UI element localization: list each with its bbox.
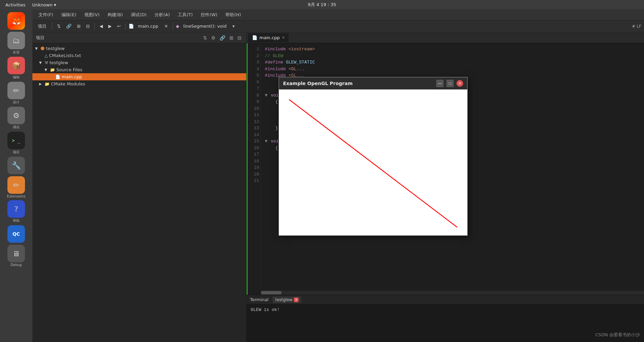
- folder-icon: 📁: [50, 68, 55, 72]
- line-num-2: 2: [248, 53, 259, 59]
- tab-main-cpp[interactable]: 📄 main.cpp ✕: [248, 33, 289, 42]
- project-toolbar: ⇅ ⚙ 🔗 ⊞ ⊟: [202, 34, 243, 41]
- activities-label[interactable]: Activities: [5, 2, 25, 7]
- terminal-tabs: testglew ✕: [273, 296, 301, 303]
- dock-item-firefox[interactable]: 🦊: [7, 12, 25, 30]
- menu-controls[interactable]: 控件(W): [197, 10, 221, 19]
- toolbar-link-btn[interactable]: 🔗: [64, 23, 74, 30]
- dialog-titlebar: Example OpenGL Program — □ ✕: [279, 77, 467, 89]
- terminal-tab-label: testglew: [275, 297, 292, 302]
- toolbar-forward-btn[interactable]: ▶: [106, 23, 114, 30]
- fold-arrow-15[interactable]: ▼: [265, 139, 268, 144]
- code-line-4: #include <GL...: [265, 66, 640, 73]
- terminal-tab-close[interactable]: ✕: [294, 297, 299, 302]
- dock-item-apt[interactable]: 📦 编辑: [7, 57, 25, 80]
- menu-help[interactable]: 帮助(H): [222, 10, 244, 19]
- dock-label-extensions: Extensions: [7, 194, 25, 198]
- proj-collapse-btn[interactable]: ⊟: [236, 34, 243, 41]
- tree-item-testglew-folder[interactable]: ▼ ⚒ testglew: [32, 59, 246, 66]
- dock-item-design[interactable]: ✏ 设计: [7, 82, 25, 105]
- toolbar-filter-btn[interactable]: ⇅: [55, 23, 63, 30]
- apt-icon[interactable]: 📦: [7, 57, 25, 74]
- wrench-icon[interactable]: 🔧: [7, 157, 25, 174]
- terminal-tab-testglew[interactable]: testglew ✕: [273, 296, 301, 303]
- tree-arrow-testglew: ▼: [35, 47, 39, 50]
- terminal-output: GLEW is ok!: [251, 307, 280, 312]
- line-num-14: 14: [248, 132, 259, 138]
- opengl-dialog[interactable]: Example OpenGL Program — □ ✕: [279, 77, 468, 236]
- dock-item-terminal[interactable]: > _ 项目: [7, 132, 25, 155]
- dock-item-editor[interactable]: ✏ Extensions: [7, 176, 25, 198]
- line-num-11: 11: [248, 112, 259, 119]
- tree-item-cmake-modules[interactable]: ▶ 📁 CMake Modules: [32, 80, 246, 87]
- toolbar-expand-btn[interactable]: ⊞: [75, 23, 83, 30]
- unknown-menu[interactable]: Unknown ▾: [32, 2, 56, 7]
- files-icon[interactable]: 🗂: [7, 32, 25, 49]
- terminal-content[interactable]: GLEW is ok!: [247, 305, 644, 342]
- toolbar-collapse-btn[interactable]: ⊟: [84, 23, 92, 30]
- line-num-21: 21: [248, 178, 259, 184]
- line-num-17: 17: [248, 151, 259, 158]
- proj-expand-btn[interactable]: ⊞: [228, 34, 235, 41]
- debug-gear-icon[interactable]: ⚙: [7, 107, 25, 124]
- fold-arrow-8[interactable]: ▼: [265, 93, 268, 98]
- monitor-icon[interactable]: 🖥: [7, 245, 25, 262]
- design-icon[interactable]: ✏: [7, 82, 25, 99]
- dock-item-files[interactable]: 🗂 欢迎: [7, 32, 25, 55]
- tab-close-btn[interactable]: ✕: [282, 35, 285, 40]
- toolbar-close-file-btn[interactable]: ✕: [162, 23, 170, 30]
- dock-item-debug[interactable]: ⚙ 调试: [7, 107, 25, 130]
- dialog-close-btn[interactable]: ✕: [456, 80, 463, 87]
- menu-view[interactable]: 视图(V): [81, 10, 103, 19]
- terminal-icon[interactable]: > _: [7, 132, 25, 149]
- menu-build[interactable]: 构建(B): [104, 10, 126, 19]
- tab-label-main-cpp: main.cpp: [259, 35, 280, 40]
- tree-label-testglew: testglew: [46, 46, 64, 51]
- line-num-1: 1: [248, 46, 259, 53]
- code-line-3: #define GLEW_STATIC: [265, 59, 640, 66]
- line-num-7: 7: [248, 85, 259, 92]
- menu-tools[interactable]: 工具(T): [174, 10, 196, 19]
- toolbar-sep3: [125, 23, 126, 30]
- dock-label-design: 设计: [13, 100, 20, 105]
- proj-filter-btn[interactable]: ⚙: [210, 34, 217, 41]
- proj-link-btn[interactable]: 🔗: [218, 34, 227, 41]
- firefox-icon[interactable]: 🦊: [7, 12, 25, 30]
- cpp-icon: 📄: [55, 75, 60, 79]
- datetime-display: 9月 4 19：35: [308, 2, 336, 8]
- help-icon[interactable]: ?: [7, 200, 25, 218]
- tree-item-source-files[interactable]: ▼ 📁 Source Files: [32, 66, 246, 73]
- menubar: 文件(F) 编辑(E) 视图(V) 构建(B) 调试(D) 分析(A) 工具(T…: [32, 9, 644, 20]
- dock-item-monitor[interactable]: 🖥 Debug: [7, 245, 25, 267]
- h-scroll-thumb[interactable]: [261, 291, 281, 294]
- proj-sort-btn[interactable]: ⇅: [202, 34, 208, 41]
- tree-arrow-testglew-folder: ▼: [39, 61, 43, 64]
- menu-edit[interactable]: 编辑(E): [58, 10, 80, 19]
- line-num-5: 5: [248, 72, 259, 79]
- toolbar-sep2: [94, 23, 95, 30]
- horizontal-scrollbar[interactable]: [261, 291, 644, 295]
- tree-item-main-cpp[interactable]: 📄 main.cpp: [32, 73, 246, 80]
- lf-label: LF: [637, 24, 641, 29]
- dock-item-qc[interactable]: QC: [7, 225, 25, 243]
- tree-item-testglew[interactable]: ▼ ⬟ testglew: [32, 45, 246, 52]
- dialog-title: Example OpenGL Program: [283, 81, 353, 86]
- editor-icon-tab: 📄: [129, 24, 134, 29]
- dialog-maximize-btn[interactable]: □: [446, 80, 454, 87]
- dialog-minimize-btn[interactable]: —: [436, 80, 444, 87]
- menu-analyze[interactable]: 分析(A): [151, 10, 173, 19]
- toolbar-sep4: [173, 23, 173, 30]
- dock-item-help[interactable]: ? 帮助: [7, 200, 25, 223]
- dock-item-wrench[interactable]: 🔧: [7, 157, 25, 174]
- editor-icon[interactable]: ✏: [7, 176, 25, 194]
- qc-icon[interactable]: QC: [7, 225, 25, 243]
- menu-debug[interactable]: 调试(D): [128, 10, 150, 19]
- toolbar-return-btn[interactable]: ↩: [115, 23, 123, 30]
- line-num-16: 16: [248, 145, 259, 152]
- tree-item-cmakelists[interactable]: △ CMakeLists.txt: [32, 52, 246, 59]
- dock-label-edit: 编辑: [13, 75, 20, 80]
- toolbar-func-dropdown[interactable]: ▾: [230, 23, 237, 30]
- toolbar-back-btn[interactable]: ◀: [97, 23, 105, 30]
- project-title-toolbar: 项目: [35, 23, 49, 29]
- menu-file[interactable]: 文件(F): [35, 10, 57, 19]
